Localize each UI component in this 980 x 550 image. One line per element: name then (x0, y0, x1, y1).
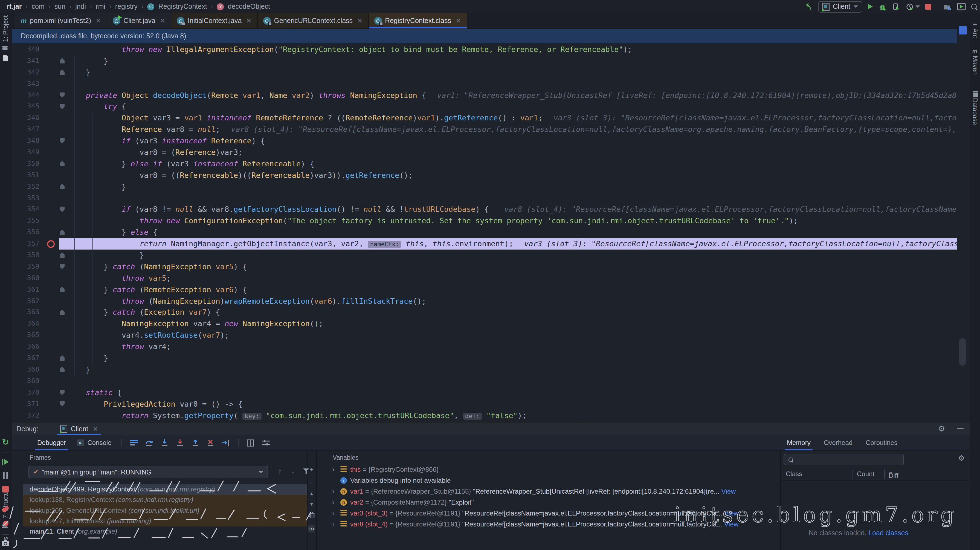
line-number[interactable]: 341 (12, 55, 44, 67)
tool-window-database[interactable]: Database (972, 98, 978, 125)
close-icon[interactable]: ✕ (246, 17, 251, 25)
line-number[interactable]: 357 (12, 238, 44, 250)
close-icon[interactable]: ✕ (160, 17, 165, 25)
tab-coroutines[interactable]: Coroutines (865, 435, 897, 450)
line-number[interactable]: 364 (12, 318, 44, 330)
debug-button[interactable] (878, 2, 886, 11)
frame-row[interactable]: lookup:138, RegistryContext (com.sun.jnd… (23, 495, 307, 506)
step-into-icon[interactable] (160, 438, 169, 447)
tab-debugger[interactable]: Debugger (32, 435, 72, 450)
close-icon[interactable]: ✕ (455, 17, 461, 25)
variable-row[interactable]: ›var8 (slot_4) = {ResourceRef@1191} "Res… (316, 519, 780, 530)
duplicate-icon[interactable] (309, 512, 315, 520)
pause-icon[interactable] (3, 472, 8, 480)
column-count[interactable]: Count (857, 470, 874, 478)
line-number[interactable]: 367 (12, 352, 44, 364)
fold-marker-icon[interactable] (60, 58, 65, 64)
code-line-348[interactable]: 348 if (var3 instanceof Reference) { (12, 135, 957, 147)
run-config-selector[interactable]: Client (818, 1, 862, 12)
fold-marker-icon[interactable] (60, 138, 65, 143)
line-number[interactable]: 360 (12, 273, 44, 284)
memory-search-input[interactable] (784, 454, 904, 465)
project-structure-icon[interactable] (943, 2, 951, 11)
tab-registrycontext-class[interactable]: CRegistryContext.class✕ (369, 13, 467, 29)
frame-row[interactable]: main:11, Client (org.example) (23, 526, 307, 537)
run-to-cursor-icon[interactable] (222, 438, 231, 447)
code-line-357[interactable]: 357 return NamingManager.getObjectInstan… (12, 238, 957, 250)
line-number[interactable]: 370 (12, 387, 44, 398)
code-line-368[interactable]: 368 } (12, 364, 957, 375)
coverage-run-icon[interactable] (892, 2, 900, 11)
resume-icon[interactable] (2, 459, 9, 467)
code-line-341[interactable]: 341 } (12, 55, 957, 67)
variable-row[interactable]: ›var3 (slot_3) = {ResourceRef@1191} "Res… (316, 508, 780, 519)
fold-marker-icon[interactable] (60, 104, 65, 109)
code-line-344[interactable]: 344 private Object decodeObject(Remote v… (12, 89, 957, 101)
expand-chevron-icon[interactable]: › (332, 497, 335, 508)
move-down-icon[interactable]: ▼ (309, 501, 314, 507)
fold-marker-icon[interactable] (60, 183, 65, 189)
editor-scrollbar[interactable] (957, 43, 970, 421)
code-line-362[interactable]: 362 throw (NamingException)wrapRemoteExc… (12, 295, 957, 307)
code-line-345[interactable]: 345 try { (12, 101, 957, 112)
line-number[interactable]: 365 (12, 330, 44, 341)
load-classes-link[interactable]: Load classes (869, 529, 908, 537)
code-line-349[interactable]: 349 var8 = (Reference)var3; (12, 147, 957, 158)
mute-breakpoints-icon[interactable] (2, 520, 9, 529)
expand-chevron-icon[interactable]: › (332, 508, 335, 519)
gear-icon[interactable]: ⚙ (958, 454, 965, 462)
code-line-367[interactable]: 367 } (12, 352, 957, 364)
view-breakpoints-icon[interactable] (2, 506, 9, 515)
line-number[interactable]: 356 (12, 227, 44, 238)
fold-marker-icon[interactable] (60, 70, 65, 75)
evaluate-expression-icon[interactable] (246, 438, 255, 447)
stop-icon[interactable] (2, 486, 9, 494)
tab-initialcontext-java[interactable]: CInitialContext.java✕ (171, 13, 258, 29)
line-number[interactable]: 366 (12, 341, 44, 352)
code-line-353[interactable]: 353 (12, 192, 957, 204)
breadcrumb-item[interactable]: jndi (75, 3, 86, 10)
code-editor[interactable]: 340 throw new IllegalArgumentException("… (12, 43, 957, 421)
breadcrumb-item[interactable]: rmi (96, 3, 105, 10)
minimize-icon[interactable]: — (957, 424, 964, 433)
line-number[interactable]: 343 (12, 78, 44, 89)
scrollbar-thumb[interactable] (959, 338, 966, 365)
thread-dump-camera-icon[interactable] (2, 540, 9, 548)
fold-marker-icon[interactable] (60, 287, 65, 292)
view-link[interactable]: View (719, 488, 736, 495)
breadcrumb-item[interactable]: sun (54, 3, 65, 10)
line-number[interactable]: 349 (12, 147, 44, 158)
code-line-372[interactable]: 372 return System.getProperty( key: "com… (12, 410, 957, 421)
rerun-icon[interactable]: ↻ (2, 437, 9, 447)
breadcrumb-item[interactable]: registry (115, 3, 138, 10)
tab-genericurlcontext-class[interactable]: CGenericURLContext.class✕ (258, 13, 369, 29)
tab-client-java[interactable]: CClient.java✕ (107, 13, 171, 29)
expand-chevron-icon[interactable]: › (332, 464, 335, 475)
frame-down-icon[interactable]: ↓ (291, 467, 295, 475)
code-line-351[interactable]: 351 var8 = ((Referenceable)((Referenceab… (12, 170, 957, 181)
breadcrumb-item[interactable]: com (32, 3, 45, 10)
remove-watch-icon[interactable]: − (310, 478, 313, 486)
line-number[interactable]: 350 (12, 158, 44, 170)
code-line-371[interactable]: 371 PrivilegedAction var0 = () -> { (12, 398, 957, 410)
fold-marker-icon[interactable] (60, 355, 65, 361)
variable-row[interactable]: ›pvar1 = {ReferenceWrapper_Stub@1155} "R… (316, 486, 780, 497)
line-number[interactable]: 355 (12, 215, 44, 227)
line-number[interactable]: 354 (12, 204, 44, 215)
settings-sliders-icon[interactable] (262, 438, 270, 447)
breadcrumb-method[interactable]: decodeObject (228, 3, 270, 10)
line-number[interactable]: 363 (12, 307, 44, 318)
code-line-363[interactable]: 363 } catch (Exception var7) { (12, 307, 957, 318)
variable-row[interactable]: ›pvar2 = {CompositeName@1172} "Exploit" (316, 497, 780, 508)
view-link[interactable]: View (722, 510, 739, 517)
profiler-button[interactable] (905, 2, 920, 11)
code-line-358[interactable]: 358 } (12, 250, 957, 261)
tool-window-ant[interactable]: Ant (972, 29, 978, 38)
fold-marker-icon[interactable] (60, 230, 65, 235)
fold-marker-icon[interactable] (60, 161, 65, 166)
stop-button[interactable] (925, 3, 931, 10)
gear-icon[interactable]: ⚙ (938, 424, 945, 433)
frame-row[interactable]: lookup:417, InitialContext (javax.naming… (23, 516, 307, 527)
line-number[interactable]: 352 (12, 181, 44, 192)
fold-marker-icon[interactable] (60, 264, 65, 269)
